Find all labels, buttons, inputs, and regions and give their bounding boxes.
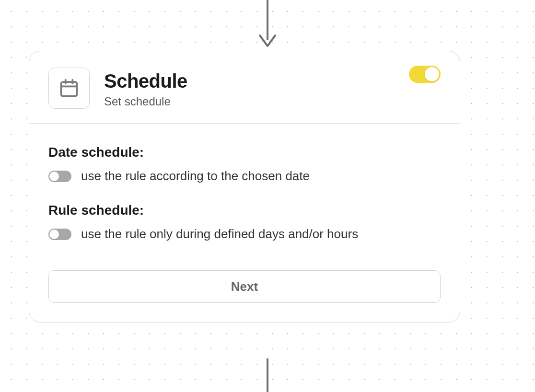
toggle-knob: [49, 172, 59, 181]
svg-rect-1: [61, 82, 77, 96]
outgoing-connector-line: [267, 358, 268, 392]
card-body: Date schedule: use the rule according to…: [29, 124, 460, 322]
card-title: Schedule: [104, 70, 187, 92]
date-schedule-toggle[interactable]: [48, 171, 71, 182]
calendar-icon-box: [48, 68, 90, 109]
date-schedule-section: Date schedule: use the rule according to…: [48, 145, 441, 184]
rule-schedule-description: use the rule only during defined days an…: [81, 227, 358, 242]
schedule-enable-toggle[interactable]: [409, 66, 441, 83]
card-subtitle: Set schedule: [104, 95, 187, 108]
flow-canvas[interactable]: Schedule Set schedule Date schedule: use…: [0, 0, 535, 392]
toggle-knob: [425, 67, 439, 81]
incoming-connector-arrow: [257, 0, 278, 51]
toggle-knob: [49, 230, 59, 239]
schedule-node-card[interactable]: Schedule Set schedule Date schedule: use…: [29, 51, 460, 323]
rule-schedule-section: Rule schedule: use the rule only during …: [48, 203, 441, 242]
next-button[interactable]: Next: [48, 270, 441, 303]
date-schedule-description: use the rule according to the chosen dat…: [81, 169, 310, 184]
rule-schedule-title: Rule schedule:: [48, 203, 441, 218]
calendar-icon: [58, 78, 80, 99]
card-header: Schedule Set schedule: [29, 51, 460, 124]
date-schedule-title: Date schedule:: [48, 145, 441, 160]
next-button-label: Next: [231, 279, 258, 294]
rule-schedule-toggle[interactable]: [48, 229, 71, 240]
